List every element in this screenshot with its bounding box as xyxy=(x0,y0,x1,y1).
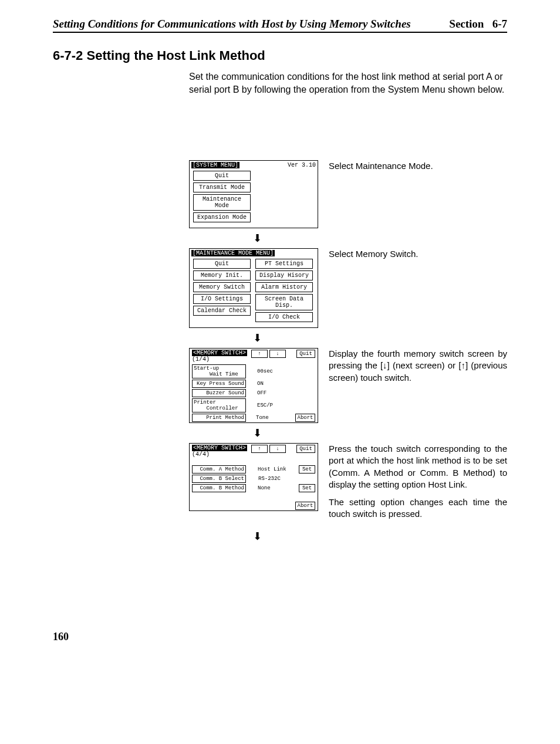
comm-a-method-value: Host Link xyxy=(258,466,287,472)
screen2-desc: Select Memory Switch. xyxy=(329,248,507,260)
display-history-button[interactable]: Display Hisory xyxy=(255,270,313,280)
buzzer-sound-label[interactable]: Buzzer Sound xyxy=(192,389,246,397)
quit-button[interactable]: Quit xyxy=(296,350,315,358)
down-arrow-icon: ⬇ xyxy=(189,427,325,439)
nav-down-button[interactable]: ↓ xyxy=(269,445,286,453)
calendar-check-button[interactable]: Calendar Check xyxy=(193,306,251,316)
comm-b-method-label[interactable]: Comm. B Method xyxy=(192,484,246,492)
screen4-desc2: The setting option changes each time the… xyxy=(329,496,507,520)
screen2-title: [MAINTENANCE MODE MENU] xyxy=(191,250,275,256)
screen4-desc1: Press the touch switch corresponding to … xyxy=(329,443,507,491)
io-check-button[interactable]: I/O Check xyxy=(255,312,313,322)
memory-init-button[interactable]: Memory Init. xyxy=(193,270,251,280)
maintenance-mode-button[interactable]: Maintenance Mode xyxy=(193,194,251,211)
down-arrow-icon: ⬇ xyxy=(189,232,325,245)
set-button[interactable]: Set xyxy=(299,465,315,474)
header-title: Setting Conditions for Communications wi… xyxy=(53,18,411,31)
screen1-desc: Select Maintenance Mode. xyxy=(329,160,507,172)
quit-button[interactable]: Quit xyxy=(296,445,315,453)
quit-button[interactable]: Quit xyxy=(193,259,251,269)
expansion-mode-button[interactable]: Expansion Mode xyxy=(193,212,251,222)
screen3-page: (1/4) xyxy=(192,356,247,363)
startup-wait-label[interactable]: Start-up Wait Time xyxy=(192,364,246,378)
quit-button[interactable]: Quit xyxy=(193,171,251,181)
alarm-history-button[interactable]: Alarm History xyxy=(255,282,313,292)
abort-button[interactable]: Abort xyxy=(295,414,315,422)
section-heading: 6-7-2 Setting the Host Link Method xyxy=(53,48,507,63)
comm-b-method-value: None xyxy=(258,485,287,491)
comm-b-select-label[interactable]: Comm. B Select xyxy=(192,475,246,483)
key-press-sound-value: ON xyxy=(257,381,286,387)
io-settings-button[interactable]: I/O Settings xyxy=(193,294,251,304)
comm-a-method-label[interactable]: Comm. A Method xyxy=(192,465,246,474)
header-section: Section 6-7 xyxy=(449,18,507,31)
down-arrow-icon: ⬇ xyxy=(189,530,325,543)
memory-switch-button[interactable]: Memory Switch xyxy=(193,282,251,292)
system-menu-screen: [SYSTEM MENU] Ver 3.10 Quit Transmit Mod… xyxy=(189,160,318,228)
intro-paragraph: Set the communication conditions for the… xyxy=(189,70,507,96)
printer-controller-value: ESC/P xyxy=(257,403,286,408)
page-header: Setting Conditions for Communications wi… xyxy=(53,18,507,33)
page-number: 160 xyxy=(53,631,507,643)
nav-down-button[interactable]: ↓ xyxy=(269,350,286,358)
screen4-title: <MEMORY SWITCH> xyxy=(192,445,247,451)
key-press-sound-label[interactable]: Key Press Sound xyxy=(192,380,246,388)
printer-controller-label[interactable]: Printer Controller xyxy=(192,398,246,412)
print-method-value: Tone xyxy=(256,415,285,421)
startup-wait-value: 00sec xyxy=(257,368,286,374)
down-arrow-icon: ⬇ xyxy=(189,332,325,344)
screen3-title: <MEMORY SWITCH> xyxy=(192,350,247,356)
memory-switch-1-4-screen: <MEMORY SWITCH> (1/4) ↑ ↓ Quit Start-up … xyxy=(189,348,318,423)
screen-data-disp-button[interactable]: Screen Data Disp. xyxy=(255,294,313,310)
screen4-page: (4/4) xyxy=(192,451,247,458)
set-button[interactable]: Set xyxy=(299,484,315,492)
maintenance-menu-screen: [MAINTENANCE MODE MENU] Quit Memory Init… xyxy=(189,248,318,328)
screen1-title: [SYSTEM MENU] xyxy=(191,162,239,168)
buzzer-sound-value: OFF xyxy=(257,390,286,396)
nav-up-button[interactable]: ↑ xyxy=(251,350,268,358)
screen1-version: Ver 3.10 xyxy=(288,162,316,168)
transmit-mode-button[interactable]: Transmit Mode xyxy=(193,182,251,192)
screen3-desc: Display the fourth memory switch screen … xyxy=(329,348,507,384)
comm-b-select-value: RS-232C xyxy=(258,476,288,482)
abort-button[interactable]: Abort xyxy=(295,502,315,510)
pt-settings-button[interactable]: PT Settings xyxy=(255,259,313,269)
nav-up-button[interactable]: ↑ xyxy=(251,445,268,453)
memory-switch-4-4-screen: <MEMORY SWITCH> (4/4) ↑ ↓ Quit Comm. A M… xyxy=(189,443,318,511)
print-method-label[interactable]: Print Method xyxy=(192,414,246,422)
